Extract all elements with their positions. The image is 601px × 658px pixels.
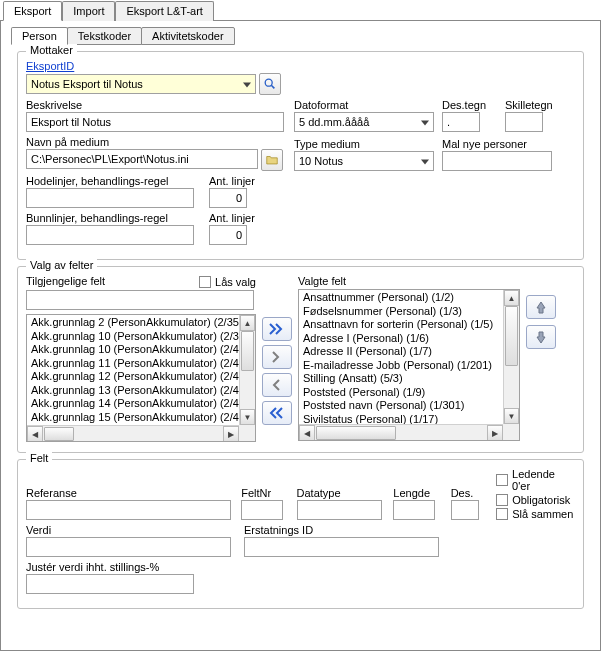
mal-nye-input[interactable] xyxy=(442,151,552,171)
scroll-thumb[interactable] xyxy=(316,426,396,440)
list-item[interactable]: Akk.grunnlag 10 (PersonAkkumulator) (2/3 xyxy=(29,330,239,344)
scroll-down-icon[interactable]: ▼ xyxy=(240,409,255,425)
move-up-button[interactable] xyxy=(526,295,556,319)
tab-content: Person Tekstkoder Aktivitetskoder Mottak… xyxy=(0,21,601,651)
las-valg-label: Lås valg xyxy=(215,276,256,288)
checkbox-icon xyxy=(496,508,508,520)
datoformat-value: 5 dd.mm.åååå xyxy=(299,116,369,128)
move-down-button[interactable] xyxy=(526,325,556,349)
hodelinjer-input[interactable] xyxy=(26,188,194,208)
list-item[interactable]: Akk.grunnlag 2 (PersonAkkumulator) (2/35 xyxy=(29,316,239,330)
tab-person[interactable]: Person xyxy=(11,27,68,45)
remove-one-button[interactable] xyxy=(262,373,292,397)
list-item[interactable]: Akk.grunnlag 12 (PersonAkkumulator) (2/4 xyxy=(29,370,239,384)
list-item[interactable]: Adresse I (Personal) (1/6) xyxy=(301,332,503,346)
list-item[interactable]: Akk.grunnlag 10 (PersonAkkumulator) (2/4 xyxy=(29,343,239,357)
checkbox-icon xyxy=(496,474,508,486)
sla-sammen-checkbox[interactable]: Slå sammen xyxy=(496,508,575,520)
list-item[interactable]: Adresse II (Personal) (1/7) xyxy=(301,345,503,359)
scroll-thumb[interactable] xyxy=(241,331,254,371)
hodelinjer-ant-input[interactable] xyxy=(209,188,247,208)
des-input[interactable] xyxy=(451,500,479,520)
vertical-scrollbar[interactable]: ▲ ▼ xyxy=(239,315,255,425)
list-item[interactable]: Akk.grunnlag 14 (PersonAkkumulator) (2/4 xyxy=(29,397,239,411)
tab-eksport[interactable]: Eksport xyxy=(3,1,62,21)
filter-input[interactable] xyxy=(26,290,254,310)
bunnlinjer-ant-input[interactable] xyxy=(209,225,247,245)
verdi-input[interactable] xyxy=(26,537,231,557)
list-item[interactable]: E-mailadresse Jobb (Personal) (1/201) xyxy=(301,359,503,373)
scroll-down-icon[interactable]: ▼ xyxy=(504,408,519,424)
erstatnings-input[interactable] xyxy=(244,537,439,557)
obligatorisk-label: Obligatorisk xyxy=(512,494,570,506)
list-item[interactable]: Poststed (Personal) (1/9) xyxy=(301,386,503,400)
juster-input[interactable] xyxy=(26,574,194,594)
eksportid-select[interactable]: Notus Eksport til Notus xyxy=(26,74,256,94)
group-title-valg: Valg av felter xyxy=(26,259,97,271)
list-item[interactable]: Akk.grunnlag 13 (PersonAkkumulator) (2/4 xyxy=(29,384,239,398)
group-title-mottaker: Mottaker xyxy=(26,44,77,56)
ledende-checkbox[interactable]: Ledende 0'er xyxy=(496,468,575,492)
sub-tabs: Person Tekstkoder Aktivitetskoder xyxy=(11,27,590,45)
list-item[interactable]: Fødselsnummer (Personal) (1/3) xyxy=(301,305,503,319)
selected-listbox[interactable]: Ansattnummer (Personal) (1/2) Fødselsnum… xyxy=(298,289,520,441)
scroll-thumb[interactable] xyxy=(44,427,74,441)
beskrivelse-label: Beskrivelse xyxy=(26,99,286,111)
tab-aktivitetskoder[interactable]: Aktivitetskoder xyxy=(141,27,235,45)
datoformat-select[interactable]: 5 dd.mm.åååå xyxy=(294,112,434,132)
navn-medium-input[interactable] xyxy=(26,149,258,169)
feltnr-input[interactable] xyxy=(241,500,283,520)
scroll-thumb[interactable] xyxy=(505,306,518,366)
list-item[interactable]: Ansattnummer (Personal) (1/2) xyxy=(301,291,503,305)
lengde-input[interactable] xyxy=(393,500,435,520)
list-item[interactable]: Stilling (Ansatt) (5/3) xyxy=(301,372,503,386)
datatype-input[interactable] xyxy=(297,500,382,520)
eksportid-link[interactable]: EksportID xyxy=(26,60,281,72)
tab-eksport-lt-art[interactable]: Eksport L&T-art xyxy=(115,1,213,21)
available-listbox[interactable]: Akk.grunnlag 2 (PersonAkkumulator) (2/35… xyxy=(26,314,256,442)
transfer-buttons xyxy=(262,275,292,442)
horizontal-scrollbar[interactable]: ◀ ▶ xyxy=(299,424,503,440)
destegn-input[interactable] xyxy=(442,112,480,132)
scroll-corner xyxy=(503,424,519,440)
skilletegn-input[interactable] xyxy=(505,112,543,132)
eksportid-value: Notus Eksport til Notus xyxy=(31,78,143,90)
right-icon xyxy=(269,351,285,363)
list-item[interactable]: Akk.grunnlag 11 (PersonAkkumulator) (2/4 xyxy=(29,357,239,371)
scroll-up-icon[interactable]: ▲ xyxy=(240,315,255,331)
add-one-button[interactable] xyxy=(262,345,292,369)
double-right-icon xyxy=(269,323,285,335)
scroll-right-icon[interactable]: ▶ xyxy=(223,426,239,442)
magnifier-icon xyxy=(263,77,277,91)
remove-all-button[interactable] xyxy=(262,401,292,425)
des-label: Des. xyxy=(451,487,485,499)
bunnlinjer-input[interactable] xyxy=(26,225,194,245)
referanse-input[interactable] xyxy=(26,500,231,520)
add-all-button[interactable] xyxy=(262,317,292,341)
tab-import[interactable]: Import xyxy=(62,1,115,21)
horizontal-scrollbar[interactable]: ◀ ▶ xyxy=(27,425,239,441)
scroll-up-icon[interactable]: ▲ xyxy=(504,290,519,306)
type-medium-select[interactable]: 10 Notus xyxy=(294,151,434,171)
obligatorisk-checkbox[interactable]: Obligatorisk xyxy=(496,494,575,506)
list-item[interactable]: Poststed navn (Personal) (1/301) xyxy=(301,399,503,413)
bunnlinjer-label: Bunnlinjer, behandlings-regel xyxy=(26,212,201,224)
scroll-left-icon[interactable]: ◀ xyxy=(299,425,315,441)
list-item[interactable]: Akk.grunnlag 15 (PersonAkkumulator) (2/4 xyxy=(29,411,239,425)
vertical-scrollbar[interactable]: ▲ ▼ xyxy=(503,290,519,424)
beskrivelse-input[interactable] xyxy=(26,112,284,132)
list-item[interactable]: Ansattnavn for sorterin (Personal) (1/5) xyxy=(301,318,503,332)
up-icon xyxy=(535,300,547,314)
browse-button[interactable] xyxy=(261,149,283,171)
datatype-label: Datatype xyxy=(297,487,386,499)
tab-tekstkoder[interactable]: Tekstkoder xyxy=(67,27,142,45)
scroll-left-icon[interactable]: ◀ xyxy=(27,426,43,442)
scroll-right-icon[interactable]: ▶ xyxy=(487,425,503,441)
group-valg-av-felter: Valg av felter Tilgjengelige felt Lås va… xyxy=(17,266,584,453)
group-felt: Felt Referanse FeltNr Datatype Lengde De… xyxy=(17,459,584,609)
type-medium-label: Type medium xyxy=(294,138,434,150)
search-button[interactable] xyxy=(259,73,281,95)
left-icon xyxy=(269,379,285,391)
double-left-icon xyxy=(269,407,285,419)
las-valg-checkbox[interactable]: Lås valg xyxy=(199,276,256,288)
